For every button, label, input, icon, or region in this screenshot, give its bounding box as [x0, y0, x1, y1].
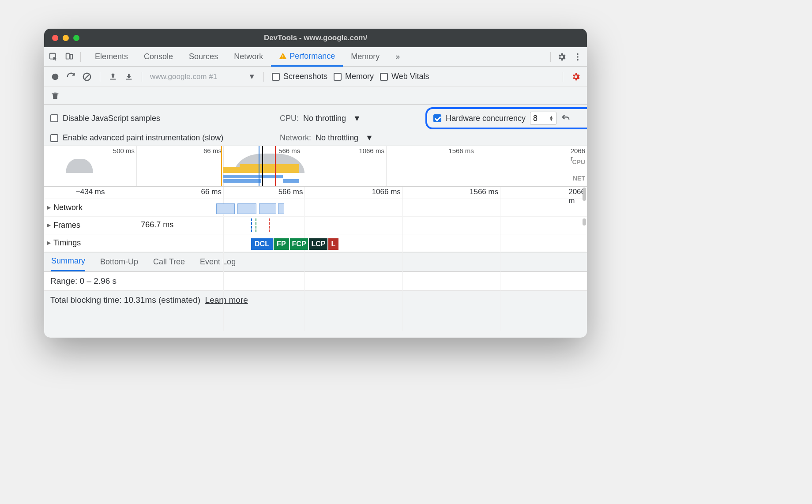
tab-performance[interactable]: Performance	[271, 47, 343, 67]
inspect-element-icon[interactable]	[49, 52, 58, 62]
learn-more-link[interactable]: Learn more	[205, 295, 248, 305]
details-tab-bottomup[interactable]: Bottom-Up	[100, 257, 138, 267]
window-titlebar: DevTools - www.google.com/	[44, 29, 587, 47]
details-tab-calltree[interactable]: Call Tree	[153, 257, 185, 267]
ruler-tick: 1566 ms	[470, 188, 500, 196]
webvitals-checkbox[interactable]: Web Vitals	[380, 72, 429, 81]
timing-badge[interactable]: FP	[274, 238, 290, 250]
track-network[interactable]: ▶Network	[44, 199, 587, 217]
tabs-overflow-button[interactable]: »	[387, 47, 408, 67]
upload-profile-button[interactable]	[108, 72, 118, 82]
svg-point-7	[577, 59, 579, 60]
cpu-throttling-select[interactable]: CPU: No throttling ▼	[280, 114, 425, 123]
hardware-concurrency-input[interactable]: 8 ▲▼	[530, 112, 556, 125]
total-blocking-time: Total blocking time: 10.31ms (estimated)…	[44, 291, 587, 309]
timing-badge[interactable]: L	[328, 238, 339, 250]
device-toolbar-icon[interactable]	[64, 52, 74, 62]
svg-point-8	[52, 73, 59, 80]
download-profile-button[interactable]	[124, 72, 134, 82]
svg-rect-10	[110, 79, 116, 79]
ruler-tick: 1066 ms	[372, 188, 402, 196]
performance-toolbar-row2	[44, 87, 587, 105]
overview-tick: 66 ms	[203, 147, 223, 154]
caret-right-icon: ▶	[47, 204, 51, 211]
window-title: DevTools - www.google.com/	[44, 34, 587, 42]
summary-range: Range: 0 – 2.96 s	[44, 272, 587, 291]
overview-tick: 500 ms	[113, 147, 136, 154]
details-tabs: Summary Bottom-Up Call Tree Event Log	[44, 252, 587, 272]
svg-point-6	[577, 56, 579, 58]
svg-rect-12	[52, 93, 59, 94]
chevron-down-icon: ▼	[353, 114, 361, 123]
track-frames[interactable]: ▶Frames 766.7 ms	[44, 217, 587, 234]
settings-gear-icon[interactable]	[557, 52, 567, 62]
ruler-tick: −434 ms	[76, 188, 107, 196]
panel-tabs: Elements Console Sources Network Perform…	[44, 47, 587, 67]
hardware-concurrency-checkbox[interactable]	[433, 114, 441, 122]
recording-selector[interactable]: www.google.com #1 ▼	[150, 72, 256, 81]
chevron-down-icon: ▼	[248, 72, 256, 81]
clear-button[interactable]	[82, 72, 92, 82]
timing-badge[interactable]: FCP	[290, 238, 309, 250]
timeline-ruler[interactable]: −434 ms 66 ms 566 ms 1066 ms 1566 ms 206…	[44, 187, 587, 199]
warning-icon	[279, 52, 287, 60]
disable-js-samples-checkbox[interactable]: Disable JavaScript samples	[50, 114, 280, 123]
number-stepper-icon[interactable]: ▲▼	[549, 116, 553, 121]
timeline-tracks: −434 ms 66 ms 566 ms 1066 ms 1566 ms 206…	[44, 187, 587, 252]
tab-console[interactable]: Console	[136, 47, 181, 67]
frame-duration: 766.7 ms	[141, 220, 173, 229]
overview-cpu-label: CPU	[572, 158, 585, 165]
undo-icon[interactable]	[561, 113, 571, 123]
timeline-overview[interactable]: 500 ms 66 ms 566 ms 1066 ms 1566 ms 2066…	[44, 146, 587, 187]
reload-record-button[interactable]	[66, 72, 76, 82]
timing-badge[interactable]: LCP	[309, 238, 328, 250]
ruler-tick: 566 ms	[278, 188, 305, 196]
advanced-paint-checkbox[interactable]: Enable advanced paint instrumentation (s…	[50, 133, 280, 143]
svg-rect-11	[126, 79, 132, 79]
ruler-tick: 66 ms	[201, 188, 223, 196]
kebab-menu-icon[interactable]	[573, 52, 583, 62]
screenshots-checkbox[interactable]: Screenshots	[272, 72, 327, 81]
overview-net-label: NET	[573, 175, 585, 182]
svg-point-5	[577, 53, 579, 55]
track-timings[interactable]: ▶Timings DCLFPFCPLCPL	[44, 234, 587, 252]
network-throttling-select[interactable]: Network: No throttling ▼	[280, 133, 425, 143]
caret-right-icon: ▶	[47, 240, 51, 246]
svg-rect-4	[282, 58, 283, 59]
capture-settings-gear-icon[interactable]	[571, 72, 581, 82]
tab-sources[interactable]: Sources	[181, 47, 226, 67]
tab-memory[interactable]: Memory	[343, 47, 387, 67]
overview-tick: 1566 ms	[448, 147, 476, 154]
svg-rect-2	[70, 54, 73, 59]
svg-rect-3	[282, 55, 283, 57]
timing-badge[interactable]: DCL	[251, 238, 274, 250]
details-tab-summary[interactable]: Summary	[51, 252, 85, 271]
overview-tick: 1066 ms	[359, 147, 386, 154]
capture-settings-pane: Disable JavaScript samples CPU: No throt…	[44, 105, 587, 146]
trash-button[interactable]	[50, 91, 60, 101]
memory-checkbox[interactable]: Memory	[334, 72, 374, 81]
hardware-concurrency-label: Hardware concurrency	[446, 114, 526, 123]
overview-tick: 566 ms	[278, 147, 302, 154]
caret-right-icon: ▶	[47, 222, 51, 228]
devtools-window: DevTools - www.google.com/ Elements Cons…	[44, 29, 587, 338]
tab-elements[interactable]: Elements	[87, 47, 136, 67]
record-button[interactable]	[50, 72, 60, 82]
chevron-down-icon: ▼	[365, 133, 373, 143]
hardware-concurrency-highlighted-group: Hardware concurrency 8 ▲▼	[425, 107, 587, 129]
details-tab-eventlog[interactable]: Event Log	[200, 257, 236, 267]
performance-toolbar: www.google.com #1 ▼ Screenshots Memory W…	[44, 67, 587, 87]
svg-rect-1	[66, 53, 69, 59]
tab-network[interactable]: Network	[226, 47, 271, 67]
